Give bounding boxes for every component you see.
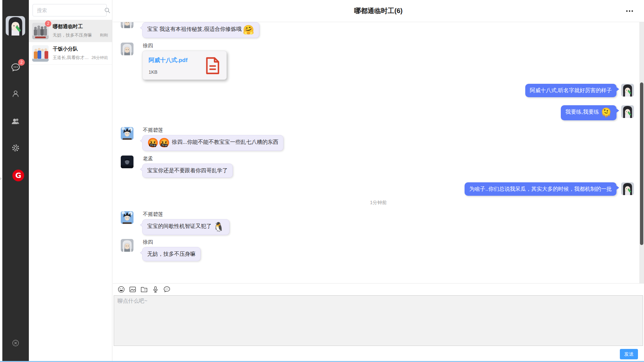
current-user-avatar[interactable] — [6, 16, 25, 36]
file-name: 阿威十八式.pdf — [149, 56, 187, 64]
message-left: 不摇碧莲 🤬🤬徐四...你能不能不教宝宝一些乱七八糟的东西 — [113, 127, 644, 151]
unread-badge: 2 — [45, 20, 51, 27]
avatar-xusi[interactable] — [121, 22, 133, 28]
app-logo-g[interactable]: G — [12, 170, 24, 181]
conversation-item-nadutong[interactable]: 2 哪都通临时工 无妨，技多不压身嘛 刚刚 — [29, 20, 112, 42]
message-left: 老孟 宝宝你还是不要跟着你四哥乱学了 — [113, 156, 644, 178]
avatar-xusi[interactable] — [121, 43, 133, 55]
message-left-file: 徐四 阿威十八式.pdf 1KB — [113, 43, 644, 80]
circle-x-icon — [11, 339, 20, 348]
conversation-time: 刚刚 — [100, 33, 108, 38]
message-left: 不摇碧莲 宝宝的间歇性机智证又犯了🐧 — [113, 211, 644, 235]
sender-name: 不摇碧莲 — [143, 127, 283, 133]
voice-message-button[interactable] — [151, 285, 160, 294]
message-scroll-area: 宝宝 我这有本祖传秘笈,很适合你修炼哦🤗 徐四 阿威十八式.pdf 1KB — [113, 22, 644, 283]
message-bubble[interactable]: 阿威十八式,听名字就好厉害的样子 — [525, 84, 616, 97]
folder-icon — [140, 285, 148, 294]
nav-groups[interactable] — [11, 116, 20, 126]
file-size: 1KB — [149, 69, 187, 75]
avatar-laomeng[interactable] — [121, 156, 133, 168]
message-bubble[interactable]: 宝宝你还是不要跟着你四哥乱学了 — [142, 164, 233, 178]
smiley-icon — [117, 285, 125, 294]
penguin-sticker: 🐧 — [213, 222, 224, 232]
chat-app-window: › 2 — [0, 0, 644, 362]
avatar-self[interactable] — [621, 84, 634, 97]
contact-person-icon — [11, 89, 20, 99]
nav-rail: 2 G — [2, 0, 29, 362]
sender-name: 徐四 — [143, 43, 227, 49]
scrollbar-thumb[interactable] — [640, 82, 643, 245]
composer-toolbar — [113, 284, 644, 295]
melting-face-emoji: 🫠 — [600, 108, 612, 118]
logout-button[interactable] — [11, 339, 20, 348]
pdf-file-icon — [205, 57, 220, 75]
search-input[interactable] — [33, 7, 104, 13]
message-bubble[interactable]: 为啥子..你们总说我呆瓜，其实大多的时候，我都机制的一批 — [465, 182, 616, 196]
search-button[interactable] — [104, 4, 111, 16]
message-bubble[interactable]: 🤬🤬徐四...你能不能不教宝宝一些乱七八糟的东西 — [142, 135, 283, 151]
group-avatar — [32, 45, 49, 62]
gear-icon — [11, 143, 20, 153]
unread-badge: 2 — [18, 59, 25, 66]
sender-name: 不摇碧莲 — [143, 211, 229, 218]
avatar-bulian[interactable] — [121, 127, 133, 140]
conversation-title: 哪都通临时工 — [53, 23, 108, 30]
message-right: 我要练,我要练🫠 — [113, 105, 644, 120]
nav-contacts[interactable] — [11, 89, 20, 99]
avatar-self[interactable] — [621, 105, 634, 118]
emoji-picker-button[interactable] — [117, 285, 125, 294]
search-icon — [104, 7, 111, 14]
file-attachment-card[interactable]: 阿威十八式.pdf 1KB — [142, 51, 227, 80]
send-file-button[interactable] — [140, 285, 148, 294]
avatar-self[interactable] — [621, 182, 634, 195]
message-composer: 发送 — [113, 283, 644, 362]
message-left: 宝宝 我这有本祖传秘笈,很适合你修炼哦🤗 — [113, 22, 644, 38]
hugging-face-emoji: 🤗 — [243, 25, 254, 35]
send-image-button[interactable] — [128, 285, 137, 294]
conversation-title: 干饭小分队 — [53, 46, 108, 52]
collapse-handle-icon[interactable]: › — [0, 176, 2, 181]
conversation-preview: 王道长,我看你才… — [53, 55, 90, 61]
more-menu-icon[interactable] — [625, 8, 635, 14]
message-bubble[interactable]: 我要练,我要练🫠 — [561, 105, 616, 120]
chat-dots-icon — [163, 285, 171, 294]
conversation-item-ganfan[interactable]: 干饭小分队 王道长,我看你才… 26分钟前 — [29, 42, 112, 65]
enraged-face-emoji: 🤬🤬 — [147, 138, 170, 148]
search-bar — [33, 4, 107, 16]
message-input[interactable] — [114, 295, 643, 346]
image-icon — [128, 285, 137, 294]
group-avatar: 2 — [32, 23, 49, 39]
send-button[interactable]: 发送 — [620, 349, 638, 359]
avatar-bulian[interactable] — [121, 211, 133, 224]
conversation-preview: 无妨，技多不压身嘛 — [53, 32, 98, 38]
conversation-list-panel: 2 哪都通临时工 无妨，技多不压身嘛 刚刚 干饭小分队 王道长,我看你才… 26… — [29, 0, 112, 362]
chat-title: 哪都通临时工(6) — [354, 6, 402, 15]
message-left: 徐四 无妨，技多不压身嘛 — [113, 239, 644, 261]
message-right: 为啥子..你们总说我呆瓜，其实大多的时候，我都机制的一批 — [113, 182, 644, 196]
nav-chats[interactable]: 2 — [11, 62, 20, 72]
message-right: 阿威十八式,听名字就好厉害的样子 — [113, 84, 644, 97]
sender-name: 老孟 — [143, 156, 233, 162]
time-divider: 1分钟前 — [113, 200, 644, 206]
conversation-time: 26分钟前 — [92, 55, 108, 61]
vertical-scrollbar[interactable] — [639, 22, 644, 283]
chat-header: 哪都通临时工(6) — [113, 0, 644, 22]
group-people-icon — [11, 116, 20, 126]
composer-footer: 发送 — [113, 346, 644, 362]
chat-history-button[interactable] — [163, 285, 171, 294]
nav-settings[interactable] — [11, 143, 20, 153]
microphone-icon — [151, 285, 160, 294]
sender-name: 徐四 — [143, 239, 201, 245]
message-bubble[interactable]: 宝宝的间歇性机智证又犯了🐧 — [142, 219, 229, 235]
chat-panel: 哪都通临时工(6) 宝宝 我这有本祖传秘笈,很适合你修炼哦🤗 — [113, 0, 644, 362]
avatar-xusi[interactable] — [121, 239, 133, 252]
message-bubble[interactable]: 宝宝 我这有本祖传秘笈,很适合你修炼哦🤗 — [142, 22, 259, 38]
window-edge-strip: › — [0, 0, 2, 362]
message-bubble[interactable]: 无妨，技多不压身嘛 — [142, 247, 201, 261]
